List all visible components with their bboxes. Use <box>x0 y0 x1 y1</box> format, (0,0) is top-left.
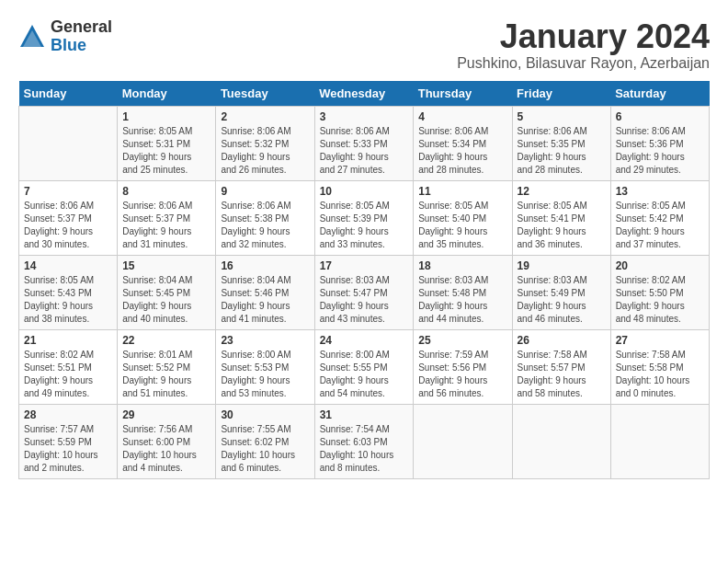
calendar-cell: 8Sunrise: 8:06 AM Sunset: 5:37 PM Daylig… <box>118 180 216 255</box>
logo-icon <box>18 23 46 51</box>
header-wednesday: Wednesday <box>314 81 414 107</box>
day-number: 8 <box>122 185 210 198</box>
calendar-week-row: 28Sunrise: 7:57 AM Sunset: 5:59 PM Dayli… <box>19 404 710 478</box>
day-number: 18 <box>418 259 506 272</box>
day-detail: Sunrise: 8:05 AM Sunset: 5:39 PM Dayligh… <box>320 200 409 251</box>
day-number: 9 <box>221 185 309 198</box>
day-number: 11 <box>418 185 506 198</box>
day-number: 7 <box>24 185 112 198</box>
header-thursday: Thursday <box>414 81 512 107</box>
day-detail: Sunrise: 8:06 AM Sunset: 5:37 PM Dayligh… <box>24 200 112 251</box>
day-number: 26 <box>518 334 606 347</box>
day-detail: Sunrise: 8:02 AM Sunset: 5:50 PM Dayligh… <box>616 274 704 326</box>
calendar-cell <box>414 404 512 478</box>
day-detail: Sunrise: 8:05 AM Sunset: 5:43 PM Dayligh… <box>24 274 112 326</box>
calendar-cell: 31Sunrise: 7:54 AM Sunset: 6:03 PM Dayli… <box>314 404 414 478</box>
calendar-cell: 10Sunrise: 8:05 AM Sunset: 5:39 PM Dayli… <box>314 180 414 255</box>
calendar-cell: 14Sunrise: 8:05 AM Sunset: 5:43 PM Dayli… <box>19 255 118 329</box>
calendar-cell: 16Sunrise: 8:04 AM Sunset: 5:46 PM Dayli… <box>216 255 314 329</box>
day-number: 19 <box>518 259 606 272</box>
page-header: General Blue January 2024 Pushkino, Bila… <box>18 18 710 72</box>
calendar-cell: 7Sunrise: 8:06 AM Sunset: 5:37 PM Daylig… <box>19 180 118 255</box>
calendar-cell: 4Sunrise: 8:06 AM Sunset: 5:34 PM Daylig… <box>414 106 512 180</box>
calendar-week-row: 7Sunrise: 8:06 AM Sunset: 5:37 PM Daylig… <box>19 180 710 255</box>
calendar-cell: 26Sunrise: 7:58 AM Sunset: 5:57 PM Dayli… <box>512 329 610 404</box>
calendar-cell: 2Sunrise: 8:06 AM Sunset: 5:32 PM Daylig… <box>216 106 314 180</box>
day-detail: Sunrise: 8:03 AM Sunset: 5:49 PM Dayligh… <box>518 274 606 326</box>
day-detail: Sunrise: 7:54 AM Sunset: 6:03 PM Dayligh… <box>320 423 409 475</box>
day-detail: Sunrise: 8:06 AM Sunset: 5:32 PM Dayligh… <box>221 125 309 177</box>
day-detail: Sunrise: 8:06 AM Sunset: 5:36 PM Dayligh… <box>616 125 704 177</box>
calendar-week-row: 14Sunrise: 8:05 AM Sunset: 5:43 PM Dayli… <box>19 255 710 329</box>
day-detail: Sunrise: 8:06 AM Sunset: 5:38 PM Dayligh… <box>221 200 309 251</box>
day-number: 10 <box>320 185 409 198</box>
calendar-cell: 18Sunrise: 8:03 AM Sunset: 5:48 PM Dayli… <box>414 255 512 329</box>
header-tuesday: Tuesday <box>216 81 314 107</box>
month-title: January 2024 <box>457 18 710 55</box>
day-number: 16 <box>221 259 309 272</box>
day-number: 5 <box>518 110 606 123</box>
calendar-cell: 11Sunrise: 8:05 AM Sunset: 5:40 PM Dayli… <box>414 180 512 255</box>
calendar-cell <box>512 404 610 478</box>
day-number: 20 <box>616 259 704 272</box>
day-number: 23 <box>221 334 309 347</box>
logo-general-text: General <box>51 18 112 37</box>
day-number: 29 <box>122 408 210 421</box>
day-detail: Sunrise: 8:01 AM Sunset: 5:52 PM Dayligh… <box>122 349 210 400</box>
logo-blue-text: Blue <box>51 37 112 55</box>
day-detail: Sunrise: 8:02 AM Sunset: 5:51 PM Dayligh… <box>24 349 112 400</box>
logo: General Blue <box>18 18 112 55</box>
calendar-cell: 5Sunrise: 8:06 AM Sunset: 5:35 PM Daylig… <box>512 106 610 180</box>
day-detail: Sunrise: 8:06 AM Sunset: 5:37 PM Dayligh… <box>122 200 210 251</box>
day-detail: Sunrise: 8:05 AM Sunset: 5:31 PM Dayligh… <box>122 125 210 177</box>
day-number: 2 <box>221 110 309 123</box>
day-detail: Sunrise: 8:05 AM Sunset: 5:41 PM Dayligh… <box>518 200 606 251</box>
calendar-cell: 12Sunrise: 8:05 AM Sunset: 5:41 PM Dayli… <box>512 180 610 255</box>
header-sunday: Sunday <box>19 81 118 107</box>
calendar-cell: 9Sunrise: 8:06 AM Sunset: 5:38 PM Daylig… <box>216 180 314 255</box>
calendar-cell: 25Sunrise: 7:59 AM Sunset: 5:56 PM Dayli… <box>414 329 512 404</box>
calendar-cell: 22Sunrise: 8:01 AM Sunset: 5:52 PM Dayli… <box>118 329 216 404</box>
day-detail: Sunrise: 7:58 AM Sunset: 5:58 PM Dayligh… <box>616 349 704 400</box>
header-friday: Friday <box>512 81 610 107</box>
calendar-cell: 28Sunrise: 7:57 AM Sunset: 5:59 PM Dayli… <box>19 404 118 478</box>
day-detail: Sunrise: 7:56 AM Sunset: 6:00 PM Dayligh… <box>122 423 210 475</box>
day-number: 27 <box>616 334 704 347</box>
day-number: 13 <box>616 185 704 198</box>
day-detail: Sunrise: 8:05 AM Sunset: 5:40 PM Dayligh… <box>418 200 506 251</box>
calendar-cell: 17Sunrise: 8:03 AM Sunset: 5:47 PM Dayli… <box>314 255 414 329</box>
calendar-cell: 27Sunrise: 7:58 AM Sunset: 5:58 PM Dayli… <box>610 329 709 404</box>
day-detail: Sunrise: 7:55 AM Sunset: 6:02 PM Dayligh… <box>221 423 309 475</box>
header-saturday: Saturday <box>610 81 709 107</box>
day-detail: Sunrise: 8:03 AM Sunset: 5:47 PM Dayligh… <box>320 274 409 326</box>
calendar-cell: 23Sunrise: 8:00 AM Sunset: 5:53 PM Dayli… <box>216 329 314 404</box>
calendar-cell: 13Sunrise: 8:05 AM Sunset: 5:42 PM Dayli… <box>610 180 709 255</box>
day-detail: Sunrise: 8:04 AM Sunset: 5:45 PM Dayligh… <box>122 274 210 326</box>
day-number: 12 <box>518 185 606 198</box>
location-title: Pushkino, Bilasuvar Rayon, Azerbaijan <box>457 55 710 72</box>
calendar-table: SundayMondayTuesdayWednesdayThursdayFrid… <box>18 81 710 479</box>
day-detail: Sunrise: 8:03 AM Sunset: 5:48 PM Dayligh… <box>418 274 506 326</box>
day-detail: Sunrise: 8:00 AM Sunset: 5:55 PM Dayligh… <box>320 349 409 400</box>
calendar-cell: 20Sunrise: 8:02 AM Sunset: 5:50 PM Dayli… <box>610 255 709 329</box>
day-number: 4 <box>418 110 506 123</box>
day-number: 31 <box>320 408 409 421</box>
day-number: 17 <box>320 259 409 272</box>
calendar-cell <box>19 106 118 180</box>
title-area: January 2024 Pushkino, Bilasuvar Rayon, … <box>457 18 710 72</box>
day-detail: Sunrise: 8:06 AM Sunset: 5:33 PM Dayligh… <box>320 125 409 177</box>
day-number: 24 <box>320 334 409 347</box>
day-number: 25 <box>418 334 506 347</box>
day-detail: Sunrise: 7:59 AM Sunset: 5:56 PM Dayligh… <box>418 349 506 400</box>
day-number: 21 <box>24 334 112 347</box>
day-detail: Sunrise: 8:00 AM Sunset: 5:53 PM Dayligh… <box>221 349 309 400</box>
calendar-cell: 21Sunrise: 8:02 AM Sunset: 5:51 PM Dayli… <box>19 329 118 404</box>
day-detail: Sunrise: 8:04 AM Sunset: 5:46 PM Dayligh… <box>221 274 309 326</box>
calendar-cell: 29Sunrise: 7:56 AM Sunset: 6:00 PM Dayli… <box>118 404 216 478</box>
day-detail: Sunrise: 8:06 AM Sunset: 5:35 PM Dayligh… <box>518 125 606 177</box>
calendar-week-row: 1Sunrise: 8:05 AM Sunset: 5:31 PM Daylig… <box>19 106 710 180</box>
day-number: 3 <box>320 110 409 123</box>
day-number: 30 <box>221 408 309 421</box>
day-number: 22 <box>122 334 210 347</box>
calendar-week-row: 21Sunrise: 8:02 AM Sunset: 5:51 PM Dayli… <box>19 329 710 404</box>
